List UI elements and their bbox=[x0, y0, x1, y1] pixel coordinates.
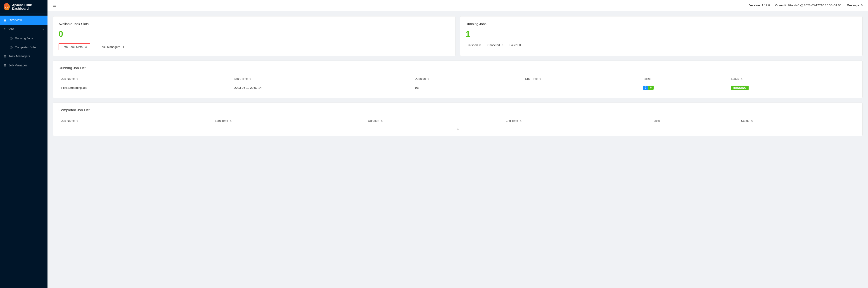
canceled-stat: Canceled 0 bbox=[487, 43, 503, 47]
completed-job-name-sort-icon: ⇅ bbox=[76, 120, 78, 122]
finished-stat: Finished 0 bbox=[466, 43, 481, 47]
sidebar-item-overview[interactable]: ◉ Overview bbox=[0, 15, 48, 25]
job-manager-icon: ⊟ bbox=[4, 64, 6, 67]
total-task-slots-box: Total Task Slots 3 bbox=[59, 43, 90, 50]
message-label: Message: bbox=[847, 4, 860, 7]
canceled-label: Canceled bbox=[487, 43, 500, 47]
running-job-table-header-row: Job Name ⇅ Start Time ⇅ Duration ⇅ End bbox=[59, 75, 857, 83]
tasks-badge-blue: 6 bbox=[643, 85, 648, 90]
sidebar-item-overview-label: Overview bbox=[9, 18, 22, 22]
completed-col-start-time[interactable]: Start Time ⇅ bbox=[212, 117, 365, 125]
sidebar-item-running-jobs-label: Running Jobs bbox=[15, 37, 33, 40]
version-label: Version: bbox=[749, 4, 761, 7]
failed-stat: Failed 0 bbox=[508, 43, 521, 47]
job-name-sort-icon: ⇅ bbox=[76, 78, 78, 80]
completed-job-list-title: Completed Job List bbox=[59, 108, 857, 112]
col-tasks[interactable]: Tasks bbox=[640, 75, 728, 83]
duration-sort-icon: ⇅ bbox=[428, 78, 429, 80]
tasks-badge: 6 6 bbox=[643, 85, 653, 90]
duration-cell: 16s bbox=[412, 83, 522, 93]
completed-duration-sort-icon: ⇅ bbox=[381, 120, 383, 122]
available-task-slots-value: 0 bbox=[59, 29, 450, 39]
sidebar: 🦊 Apache Flink Dashboard ◉ Overview ≡ Jo… bbox=[0, 0, 48, 288]
col-status[interactable]: Status ⇅ bbox=[728, 75, 857, 83]
available-task-slots-card: Available Task Slots 0 Total Task Slots … bbox=[53, 16, 456, 56]
overview-icon: ◉ bbox=[4, 18, 6, 22]
col-job-name[interactable]: Job Name ⇅ bbox=[59, 75, 231, 83]
sidebar-item-jobs-label: Jobs bbox=[8, 27, 14, 31]
sidebar-nav: ◉ Overview ≡ Jobs ∧ ◎ Running Jobs ◎ Com… bbox=[0, 14, 48, 288]
total-task-slots-value: 3 bbox=[85, 45, 87, 48]
completed-jobs-icon: ◎ bbox=[10, 45, 13, 49]
job-name-cell[interactable]: Flink Streaming Job bbox=[59, 83, 231, 93]
completed-col-status[interactable]: Status ⇅ bbox=[738, 117, 857, 125]
col-end-time[interactable]: End Time ⇅ bbox=[522, 75, 640, 83]
sidebar-logo-text: Apache Flink Dashboard bbox=[12, 3, 44, 10]
completed-end-time-sort-icon: ⇅ bbox=[520, 120, 522, 122]
hamburger-button[interactable]: ☰ bbox=[53, 3, 56, 7]
sidebar-item-job-manager[interactable]: ⊟ Job Manager bbox=[0, 61, 48, 70]
available-task-slots-title: Available Task Slots bbox=[59, 22, 450, 26]
start-time-sort-icon: ⇅ bbox=[249, 78, 251, 80]
version-info: Version: 1.17.0 bbox=[749, 4, 770, 7]
task-managers-value: 1 bbox=[123, 45, 124, 48]
completed-job-table: Job Name ⇅ Start Time ⇅ Duration ⇅ End bbox=[59, 117, 857, 125]
version-value: 1.17.0 bbox=[762, 4, 770, 7]
col-start-time[interactable]: Start Time ⇅ bbox=[231, 75, 412, 83]
task-managers-label: Task Managers bbox=[100, 45, 120, 48]
running-jobs-card: Running Jobs 1 Finished 0 Canceled 0 Fai… bbox=[460, 16, 863, 56]
commit-info: Commit: 69ecda0 @ 2023-03-17T10:30:06+01… bbox=[775, 4, 841, 7]
task-managers-stat: Task Managers 1 bbox=[100, 45, 124, 48]
summary-cards: Available Task Slots 0 Total Task Slots … bbox=[53, 16, 863, 56]
jobs-chevron-icon: ∧ bbox=[42, 28, 44, 31]
main-content: ☰ Version: 1.17.0 Commit: 69ecda0 @ 2023… bbox=[48, 0, 868, 288]
running-jobs-icon: ◎ bbox=[10, 36, 13, 40]
start-time-cell: 2023-06-12 20:53:14 bbox=[231, 83, 412, 93]
failed-value: 0 bbox=[519, 43, 521, 47]
pagination-area bbox=[59, 125, 857, 130]
total-task-slots-label: Total Task Slots bbox=[62, 45, 83, 48]
sidebar-item-job-manager-label: Job Manager bbox=[9, 64, 27, 67]
completed-start-time-sort-icon: ⇅ bbox=[230, 120, 231, 122]
task-slots-stats: Total Task Slots 3 Task Managers 1 bbox=[59, 43, 450, 50]
jobs-icon: ≡ bbox=[4, 27, 5, 31]
sidebar-item-task-managers[interactable]: ⊞ Task Managers bbox=[0, 52, 48, 61]
commit-label: Commit: bbox=[775, 4, 787, 7]
completed-col-job-name[interactable]: Job Name ⇅ bbox=[59, 117, 212, 125]
sidebar-item-running-jobs[interactable]: ◎ Running Jobs bbox=[0, 34, 48, 43]
end-time-sort-icon: ⇅ bbox=[539, 78, 541, 80]
finished-value: 0 bbox=[479, 43, 481, 47]
pagination-dot bbox=[457, 129, 459, 130]
message-info: Message: 0 bbox=[847, 4, 863, 7]
failed-label: Failed bbox=[509, 43, 518, 47]
sidebar-item-jobs[interactable]: ≡ Jobs ∧ bbox=[0, 25, 48, 34]
completed-col-duration[interactable]: Duration ⇅ bbox=[365, 117, 503, 125]
status-badge: RUNNING bbox=[731, 85, 749, 90]
completed-status-sort-icon: ⇅ bbox=[751, 120, 753, 122]
tasks-badge-green: 6 bbox=[648, 85, 654, 90]
commit-value: 69ecda0 @ 2023-03-17T10:30:06+01:00 bbox=[788, 4, 841, 7]
status-sort-icon: ⇅ bbox=[741, 78, 742, 80]
task-managers-icon: ⊞ bbox=[4, 55, 6, 58]
status-cell: RUNNING bbox=[728, 83, 857, 93]
running-jobs-stats: Finished 0 Canceled 0 Failed 0 bbox=[466, 43, 857, 47]
completed-col-end-time[interactable]: End Time ⇅ bbox=[503, 117, 650, 125]
table-row: Flink Streaming Job 2023-06-12 20:53:14 … bbox=[59, 83, 857, 93]
running-job-table: Job Name ⇅ Start Time ⇅ Duration ⇅ End bbox=[59, 75, 857, 93]
topbar-left: ☰ bbox=[53, 3, 56, 7]
topbar: ☰ Version: 1.17.0 Commit: 69ecda0 @ 2023… bbox=[48, 0, 868, 11]
col-duration[interactable]: Duration ⇅ bbox=[412, 75, 522, 83]
sidebar-item-completed-jobs[interactable]: ◎ Completed Jobs bbox=[0, 43, 48, 52]
tasks-cell: 6 6 bbox=[640, 83, 728, 93]
running-job-list-section: Running Job List Job Name ⇅ Start Time ⇅ bbox=[53, 61, 863, 98]
completed-col-tasks[interactable]: Tasks bbox=[650, 117, 738, 125]
sidebar-logo: 🦊 Apache Flink Dashboard bbox=[0, 0, 48, 14]
running-jobs-value: 1 bbox=[466, 29, 857, 39]
running-jobs-title: Running Jobs bbox=[466, 22, 857, 26]
message-value: 0 bbox=[861, 4, 863, 7]
running-job-list-title: Running Job List bbox=[59, 66, 857, 70]
sidebar-item-task-managers-label: Task Managers bbox=[9, 55, 30, 58]
canceled-value: 0 bbox=[502, 43, 503, 47]
end-time-cell: – bbox=[522, 83, 640, 93]
flink-logo-icon: 🦊 bbox=[4, 3, 10, 10]
